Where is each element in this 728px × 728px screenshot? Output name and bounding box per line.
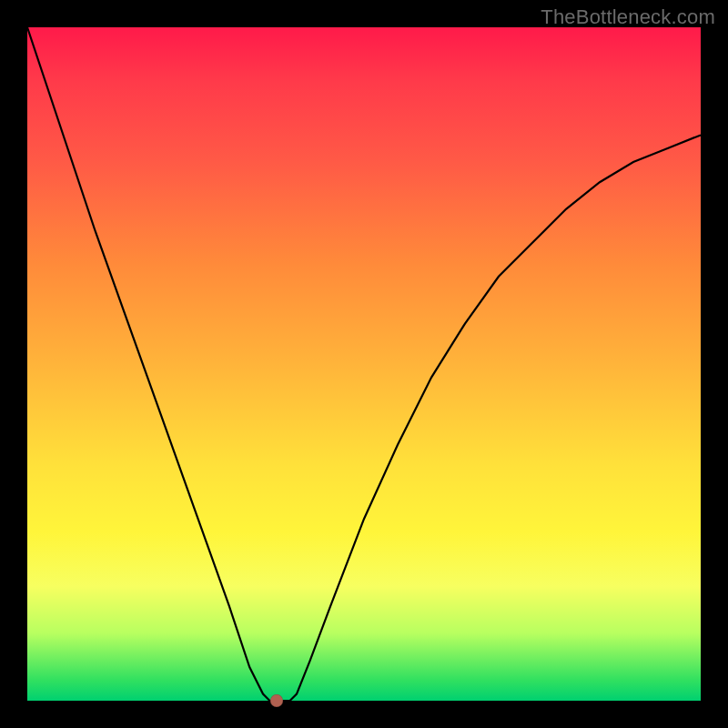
bottleneck-curve	[27, 27, 701, 701]
chart-plot-area	[27, 27, 701, 701]
optimum-marker	[270, 694, 283, 707]
watermark-text: TheBottleneck.com	[541, 5, 715, 29]
chart-frame: TheBottleneck.com	[0, 0, 728, 728]
